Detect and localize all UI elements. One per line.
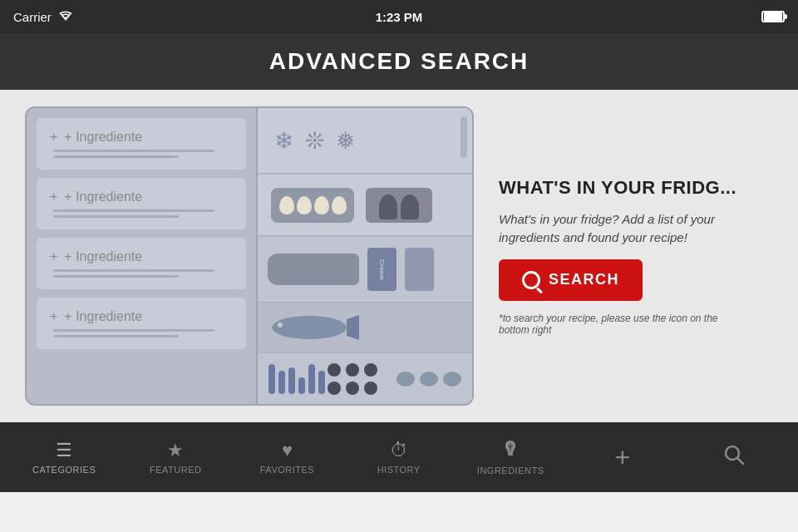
svg-point-0 — [272, 316, 347, 339]
ingredient-item-1[interactable]: + + Ingrediente — [37, 118, 246, 170]
search-button-label: SEARCH — [549, 271, 619, 288]
muffin-tray — [366, 188, 432, 223]
snowflake-icon-2: ❊ — [305, 127, 324, 155]
add-icon-3: + — [50, 249, 57, 264]
egg-1 — [279, 196, 294, 214]
status-bar: Carrier 1:23 PM — [0, 0, 798, 33]
muffin-1 — [379, 195, 397, 219]
bottom-navigation: ☰ CATEGORIES ★ FEATURED ♥ FAVORITES ⏱ HI… — [0, 422, 798, 492]
ingredient-label-1: + Ingrediente — [64, 130, 142, 145]
add-icon: + — [614, 442, 630, 473]
egg-4 — [332, 196, 347, 214]
ingredient-line — [53, 275, 179, 278]
snowflake-icon-1: ❄ — [274, 127, 293, 155]
veggie-stick-6 — [318, 371, 325, 394]
svg-marker-1 — [347, 315, 359, 340]
fish-svg — [268, 311, 359, 344]
berry-5 — [346, 382, 359, 395]
ingredient-label-3: + Ingrediente — [64, 249, 142, 264]
ingredients-label: INGREDIENTS — [477, 466, 544, 475]
berry-3 — [364, 363, 377, 377]
veggie-stick-3 — [288, 367, 295, 394]
muffin-2 — [401, 195, 419, 219]
ingredient-line — [53, 215, 179, 218]
ingredient-panel: + + Ingrediente + + Ingrediente + + Ingr… — [25, 106, 258, 406]
lemon-3 — [443, 372, 461, 387]
lemon-1 — [397, 372, 415, 387]
nav-item-add[interactable]: + — [589, 442, 656, 473]
nav-item-history[interactable]: ⏱ HISTORY — [366, 440, 432, 475]
status-time: 1:23 PM — [376, 10, 423, 24]
page-header: ADVANCED SEARCH — [0, 33, 798, 90]
egg-3 — [314, 196, 329, 214]
berry-6 — [364, 382, 377, 395]
featured-icon: ★ — [167, 440, 184, 461]
egg-tray — [271, 188, 354, 223]
lemon-2 — [420, 372, 438, 387]
ingredient-item-2[interactable]: + + Ingrediente — [37, 178, 246, 229]
egg-2 — [297, 196, 312, 214]
info-title: WHAT'S IN YOUR FRIDG... — [499, 177, 748, 199]
ingredient-line — [53, 150, 214, 152]
fridge-meat-shelf: Cream — [258, 237, 472, 303]
favorites-label: FAVORITES — [260, 465, 314, 475]
wifi-icon — [58, 10, 73, 24]
ingredient-line — [53, 329, 214, 332]
add-icon-4: + — [50, 309, 57, 324]
veggie-stick-1 — [268, 364, 275, 394]
nav-item-categories[interactable]: ☰ CATEGORIES — [31, 440, 97, 475]
nav-item-ingredients[interactable]: INGREDIENTS — [477, 439, 544, 475]
ingredient-line — [53, 269, 214, 272]
ingredients-icon — [501, 439, 520, 462]
ingredient-label-2: + Ingrediente — [64, 190, 142, 204]
history-icon: ⏱ — [390, 440, 408, 461]
search-button-icon — [522, 271, 540, 289]
berry-4 — [328, 382, 341, 395]
ingredient-item-3[interactable]: + + Ingrediente — [37, 238, 246, 289]
nav-item-favorites[interactable]: ♥ FAVORITES — [254, 440, 320, 475]
veggie-stick-2 — [278, 371, 285, 394]
search-button[interactable]: SEARCH — [499, 259, 643, 301]
info-panel: WHAT'S IN YOUR FRIDG... What's in your f… — [474, 106, 773, 406]
veggie-stick-5 — [308, 364, 315, 394]
info-description: What's in your fridge? Add a list of you… — [499, 210, 748, 248]
milk-box-1: Cream — [367, 248, 397, 291]
milk-box-2 — [405, 248, 434, 291]
featured-label: FEATURED — [150, 465, 201, 475]
battery-icon — [761, 11, 785, 22]
page-title: ADVANCED SEARCH — [269, 48, 530, 74]
fridge-fish-shelf — [258, 303, 472, 353]
meat-item — [268, 254, 359, 285]
fridge-egg-shelf — [258, 175, 472, 237]
add-icon-2: + — [50, 190, 57, 204]
add-icon-1: + — [50, 130, 57, 145]
fridge-freezer-shelf: ❄ ❊ ❅ — [258, 108, 472, 175]
berry-group — [328, 363, 394, 395]
veggie-stick-4 — [298, 377, 305, 394]
berry-1 — [328, 363, 341, 377]
ingredient-line — [53, 335, 179, 337]
main-content: + + Ingrediente + + Ingrediente + + Ingr… — [0, 90, 798, 422]
categories-label: CATEGORIES — [32, 465, 96, 475]
ingredient-label-4: + Ingrediente — [64, 309, 142, 324]
svg-rect-3 — [508, 453, 513, 456]
fridge-scrollbar — [461, 116, 467, 158]
lemon-group — [397, 372, 461, 387]
nav-item-search[interactable] — [701, 443, 767, 472]
fridge-veggie-shelf — [258, 353, 472, 404]
berry-2 — [346, 363, 359, 377]
ingredient-item-4[interactable]: + + Ingrediente — [37, 298, 246, 349]
categories-icon: ☰ — [56, 440, 72, 461]
favorites-icon: ♥ — [282, 440, 293, 461]
info-note: *to search your recipe, please use the i… — [499, 313, 748, 336]
snowflake-icon-3: ❅ — [336, 127, 355, 155]
svg-point-2 — [278, 323, 283, 328]
ingredient-line — [53, 209, 214, 212]
veggie-group — [268, 364, 325, 394]
history-label: HISTORY — [377, 465, 421, 475]
nav-item-featured[interactable]: ★ FEATURED — [142, 440, 209, 475]
svg-line-8 — [737, 458, 743, 464]
ingredient-line — [53, 155, 179, 158]
carrier-label: Carrier — [13, 10, 52, 24]
fridge-illustration: ❄ ❊ ❅ Cream — [258, 106, 474, 406]
